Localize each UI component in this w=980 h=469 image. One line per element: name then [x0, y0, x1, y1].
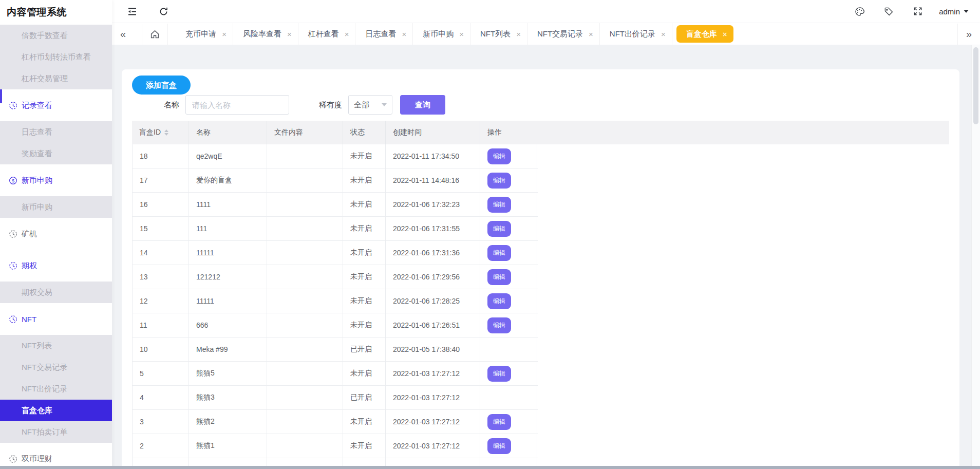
home-icon[interactable] [142, 24, 168, 45]
tab[interactable]: NFT列表 × [470, 23, 527, 45]
edit-button[interactable]: 编辑 [487, 197, 511, 213]
edit-button[interactable]: 编辑 [487, 221, 511, 237]
cell-box-id: 11 [132, 313, 189, 337]
sidebar-item[interactable]: $ 新币申购 [0, 164, 112, 196]
cell-status: 未开启 [343, 410, 386, 434]
user-menu[interactable]: admin [939, 7, 969, 16]
tab-close-icon[interactable]: × [287, 30, 292, 39]
sidebar-item[interactable]: 倍数手数查看 [0, 25, 112, 46]
sidebar-item[interactable]: 双币理财 [0, 443, 112, 469]
svg-text:$: $ [12, 177, 15, 183]
sidebar-item[interactable]: 期权交易 [0, 282, 112, 303]
sidebar-item[interactable]: NFT拍卖订单 [0, 421, 112, 443]
top-navbar: admin [112, 0, 980, 23]
cell-file-content [267, 241, 343, 265]
tab-close-icon[interactable]: × [345, 30, 349, 39]
edit-button[interactable]: 编辑 [487, 173, 511, 189]
sidebar-item[interactable]: 矿机 [0, 218, 112, 250]
cell-created-time: 2022-01-05 17:38:40 [386, 337, 480, 361]
tab[interactable]: NFT出价记录 × [600, 23, 672, 45]
sort-icon[interactable] [164, 127, 168, 138]
name-filter-input[interactable] [185, 95, 289, 115]
tab-close-icon[interactable]: × [589, 30, 593, 39]
sidebar-item[interactable]: 盲盒仓库 [0, 400, 112, 421]
search-button[interactable]: 查询 [400, 95, 445, 115]
tabs-scroll-left-icon[interactable]: « [112, 24, 134, 45]
sidebar-item[interactable]: NFT列表 [0, 335, 112, 357]
cell-box-id: 14 [132, 241, 189, 265]
tab-label: 新币申购 [423, 29, 454, 39]
cell-file-content [267, 434, 343, 458]
add-blind-box-button[interactable]: 添加盲盒 [132, 76, 191, 95]
cell-created-time: 2022-01-11 14:48:16 [386, 168, 480, 192]
cell-status: 已开启 [343, 337, 386, 361]
cell-name: Meka #99 [189, 337, 267, 361]
tab-close-icon[interactable]: × [222, 30, 227, 39]
sidebar-menu: 倍数手数查看 杠杆币划转法币查看 杠杆交易管理 记录查看 日志查看 [0, 25, 112, 469]
cell-status: 未开启 [343, 144, 386, 168]
horizontal-scrollbar[interactable] [0, 466, 980, 469]
tab[interactable]: 盲盒仓库 × [676, 25, 733, 43]
sidebar-item[interactable]: 新币申购 [0, 196, 112, 218]
cell-box-id: 12 [132, 289, 189, 313]
vertical-scrollbar-thumb[interactable] [973, 47, 978, 124]
cell-file-content [267, 362, 343, 385]
cell-created-time: 2022-01-03 17:27:12 [386, 410, 480, 434]
cell-created-time: 2022-01-06 17:26:51 [386, 313, 480, 337]
cell-box-id: 13 [132, 265, 189, 289]
tab-close-icon[interactable]: × [516, 30, 521, 39]
tab-label: NFT列表 [480, 29, 511, 39]
edit-button[interactable]: 编辑 [487, 414, 511, 430]
sidebar-item-label: 新币申购 [22, 202, 52, 212]
tabs: 充币申请 × 风险率查看 × 杠杆查看 × 日志查看 × 新币申购 × NFT列… [176, 23, 957, 45]
tab-close-icon[interactable]: × [459, 30, 464, 39]
rarity-select[interactable]: 全部 [348, 95, 392, 115]
sidebar-item-label: NFT列表 [22, 341, 52, 351]
edit-button[interactable]: 编辑 [487, 438, 511, 454]
tab[interactable]: 新币申购 × [413, 23, 470, 45]
tab[interactable]: 充币申请 × [176, 23, 233, 45]
tag-icon[interactable] [883, 6, 894, 17]
sidebar-item[interactable]: 杠杆币划转法币查看 [0, 46, 112, 68]
edit-button[interactable]: 编辑 [487, 148, 511, 164]
sidebar-item[interactable]: 奖励查看 [0, 143, 112, 164]
edit-button[interactable]: 编辑 [487, 293, 511, 309]
table-row: 17 爱你的盲盒 未开启 2022-01-11 14:48:16 编辑 [132, 168, 538, 193]
tabs-scroll-right-icon[interactable]: » [957, 24, 980, 45]
sidebar-item-label: 日志查看 [22, 127, 52, 137]
sidebar-item[interactable]: NFT [0, 303, 112, 335]
sidebar-item[interactable]: NFT交易记录 [0, 357, 112, 378]
theme-palette-icon[interactable] [854, 6, 865, 17]
fullscreen-icon[interactable] [913, 6, 924, 17]
vertical-scrollbar[interactable] [971, 45, 980, 466]
sidebar-item-label: 奖励查看 [22, 149, 52, 159]
sidebar-item[interactable]: 杠杆交易管理 [0, 68, 112, 89]
sidebar-item-label: NFT交易记录 [22, 363, 67, 372]
edit-button[interactable]: 编辑 [487, 366, 511, 382]
tab-close-icon[interactable]: × [661, 30, 666, 39]
history-icon [9, 261, 17, 270]
tab-close-icon[interactable]: × [402, 30, 406, 39]
cell-file-content [267, 289, 343, 313]
tab[interactable]: 日志查看 × [355, 23, 413, 45]
tab-close-icon[interactable]: × [723, 30, 727, 39]
edit-button[interactable]: 编辑 [487, 245, 511, 261]
cell-name: qe2wqE [189, 144, 267, 168]
sidebar-item[interactable]: 日志查看 [0, 121, 112, 143]
sidebar-item[interactable]: NFT出价记录 [0, 378, 112, 400]
edit-button[interactable]: 编辑 [487, 269, 511, 285]
table-row: 3 熊猫2 未开启 2022-01-03 17:27:12 编辑 [132, 410, 538, 434]
tab[interactable]: 杠杆查看 × [298, 23, 356, 45]
column-header-box-id[interactable]: 盲盒ID [132, 121, 189, 144]
sidebar-item[interactable]: 记录查看 [0, 89, 112, 121]
tab-label: 充币申请 [185, 29, 216, 39]
sidebar-item[interactable]: 期权 [0, 250, 112, 282]
refresh-icon[interactable] [158, 6, 169, 17]
tab[interactable]: NFT交易记录 × [527, 23, 600, 45]
tab[interactable]: 风险率查看 × [233, 23, 298, 45]
table-row: 5 熊猫5 未开启 2022-01-03 17:27:12 编辑 [132, 362, 538, 386]
edit-button[interactable]: 编辑 [487, 317, 511, 333]
cell-box-id: 15 [132, 217, 189, 240]
collapse-sidebar-icon[interactable] [127, 6, 138, 17]
cell-file-content [267, 410, 343, 434]
